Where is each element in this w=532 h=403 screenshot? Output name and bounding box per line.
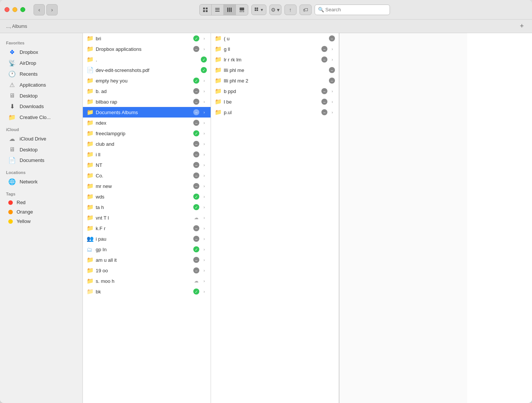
file-row[interactable]: 📁 bilbao rap – ›	[83, 96, 211, 107]
file-row[interactable]: 📁 NT – ›	[83, 160, 211, 170]
close-button[interactable]	[5, 7, 9, 12]
file-row[interactable]: 📁 lr r rk lm – ›	[211, 54, 339, 65]
sidebar-item-icloud-drive[interactable]: ☁ iCloud Drive	[2, 133, 80, 144]
file-row[interactable]: 📁 b ppd – ›	[211, 86, 339, 96]
file-row[interactable]: 📁 19 oo – ›	[83, 265, 211, 276]
maximize-button[interactable]	[20, 7, 25, 12]
expand-chevron[interactable]: ›	[202, 89, 207, 94]
expand-chevron[interactable]: ›	[202, 131, 207, 136]
sidebar-item-icloud-desktop[interactable]: 🖥 Desktop	[2, 144, 80, 155]
add-column-button[interactable]: +	[518, 22, 526, 31]
file-row[interactable]: 📁 empty hey you ✓ ›	[83, 75, 211, 86]
minimize-button[interactable]	[12, 7, 17, 12]
expand-chevron[interactable]: ›	[202, 236, 207, 241]
sidebar-item-dropbox[interactable]: ❖ Dropbox	[2, 47, 80, 58]
sidebar-item-documents[interactable]: 📄 Documents	[2, 155, 80, 166]
sidebar-item-downloads[interactable]: ⬇ Downloads	[2, 101, 80, 112]
file-row[interactable]: 📁 vnt T l ☁ ›	[83, 212, 211, 223]
expand-chevron[interactable]: ›	[330, 89, 335, 94]
expand-chevron[interactable]: ›	[202, 36, 207, 41]
sidebar-item-recents[interactable]: 🕐 Recents	[2, 69, 80, 79]
file-row[interactable]: 📁 ( u –	[211, 33, 339, 44]
tag-button[interactable]: 🏷	[300, 5, 312, 15]
file-row[interactable]: 📁 llli phl me 2 –	[211, 75, 339, 86]
file-row[interactable]: 📁 . ✓	[83, 54, 211, 65]
svg-rect-7	[227, 8, 228, 12]
expand-chevron[interactable]: ›	[330, 99, 335, 104]
sidebar-item-airdrop[interactable]: 📡 AirDrop	[2, 58, 80, 69]
file-row[interactable]: 📁 llli phl me –	[211, 65, 339, 75]
icon-view-button[interactable]	[200, 5, 212, 15]
folder-icon: 📁	[87, 119, 93, 126]
expand-chevron[interactable]: ›	[330, 110, 335, 115]
sidebar-item-desktop[interactable]: 🖥 Desktop	[2, 90, 80, 101]
expand-chevron[interactable]: ›	[330, 57, 335, 62]
file-row[interactable]: 📁 Co. – ›	[83, 170, 211, 181]
expand-chevron[interactable]: ›	[202, 268, 207, 273]
sidebar-item-tag-red[interactable]: Red	[2, 198, 80, 207]
expand-chevron[interactable]: ›	[202, 247, 207, 252]
file-row[interactable]: 📁 b. ad – ›	[83, 86, 211, 96]
expand-chevron[interactable]: ›	[202, 257, 207, 263]
folder-icon: 📁	[87, 56, 93, 63]
action-button[interactable]: ⚙ ▾	[269, 5, 281, 15]
expand-chevron[interactable]: ›	[202, 78, 207, 83]
expand-chevron[interactable]: ›	[202, 183, 207, 189]
file-row[interactable]: 📁 i ll – ›	[83, 149, 211, 160]
column-view-button[interactable]	[224, 5, 236, 15]
sidebar-item-creative-cloud[interactable]: 📁 Creative Clo...	[2, 112, 80, 123]
file-row[interactable]: 📁 l be – ›	[211, 96, 339, 107]
sidebar-item-applications[interactable]: ⚠ Applications	[2, 79, 80, 90]
file-row[interactable]: 📁 k.F r – ›	[83, 223, 211, 234]
expand-chevron[interactable]: ›	[330, 46, 335, 52]
expand-chevron[interactable]: ›	[202, 205, 207, 210]
file-row[interactable]: 🗂 gp In ✓ ›	[83, 244, 211, 255]
file-row[interactable]: 📁 am u all it – ›	[83, 255, 211, 265]
file-row[interactable]: 📁 bri ✓ ›	[83, 33, 211, 44]
expand-chevron[interactable]: ›	[202, 110, 207, 115]
expand-chevron[interactable]: ›	[202, 173, 207, 178]
share-button[interactable]: ↑	[284, 5, 297, 15]
file-row[interactable]: 📁 ta h ✓ ›	[83, 202, 211, 212]
file-row[interactable]: 📁 p.ul – ›	[211, 107, 339, 118]
file-row[interactable]: 📁 club and – ›	[83, 139, 211, 149]
file-name: dev-edit-screenshots.pdf	[96, 67, 199, 73]
gallery-view-button[interactable]	[236, 5, 248, 15]
expand-chevron[interactable]: ›	[202, 226, 207, 231]
expand-chevron[interactable]: ›	[202, 162, 207, 168]
file-row[interactable]: 📁 wds ✓ ›	[83, 191, 211, 202]
file-row[interactable]: 📁 g ll – ›	[211, 44, 339, 54]
file-row[interactable]: 📁 bk ✓ ›	[83, 286, 211, 297]
sidebar-item-tag-orange[interactable]: Orange	[2, 207, 80, 217]
expand-chevron[interactable]: ›	[202, 99, 207, 104]
file-row[interactable]: 📁 Dropbox applications – ›	[83, 44, 211, 54]
search-input[interactable]	[326, 7, 387, 12]
expand-chevron[interactable]: ›	[202, 215, 207, 220]
file-name: b. ad	[96, 89, 191, 94]
folder-icon: 📁	[87, 214, 93, 221]
file-row[interactable]: 👥 i pau – ›	[83, 234, 211, 244]
back-button[interactable]: ‹	[34, 4, 45, 15]
file-row-selected[interactable]: 📁 Documents Albums – ›	[83, 107, 211, 118]
file-row[interactable]: 📁 mr new – ›	[83, 181, 211, 191]
file-name: llli phl me 2	[224, 78, 327, 84]
group-button[interactable]: ▾	[251, 5, 266, 15]
file-row[interactable]: 📄 dev-edit-screenshots.pdf ✓	[83, 65, 211, 75]
forward-button[interactable]: ›	[46, 4, 58, 15]
file-row[interactable]: 📁 s. moo h ☁ ›	[83, 276, 211, 286]
network-folder-icon: 👥	[87, 235, 93, 242]
sidebar-item-tag-yellow[interactable]: Yellow	[2, 217, 80, 226]
sidebar-item-network[interactable]: 🌐 Network	[2, 176, 80, 187]
expand-chevron[interactable]: ›	[202, 194, 207, 199]
file-row[interactable]: 📁 freeclampgrip ✓ ›	[83, 128, 211, 139]
expand-chevron[interactable]: ›	[202, 120, 207, 125]
expand-chevron[interactable]: ›	[202, 152, 207, 157]
expand-chevron[interactable]: ›	[202, 141, 207, 147]
expand-chevron[interactable]: ›	[202, 289, 207, 294]
expand-chevron[interactable]: ›	[202, 278, 207, 284]
file-row[interactable]: 📁 ndex – ›	[83, 118, 211, 128]
search-bar[interactable]: 🔍	[315, 5, 390, 15]
expand-chevron[interactable]: ›	[202, 46, 207, 52]
sync-status-minus: –	[329, 67, 335, 73]
list-view-button[interactable]	[212, 5, 224, 15]
